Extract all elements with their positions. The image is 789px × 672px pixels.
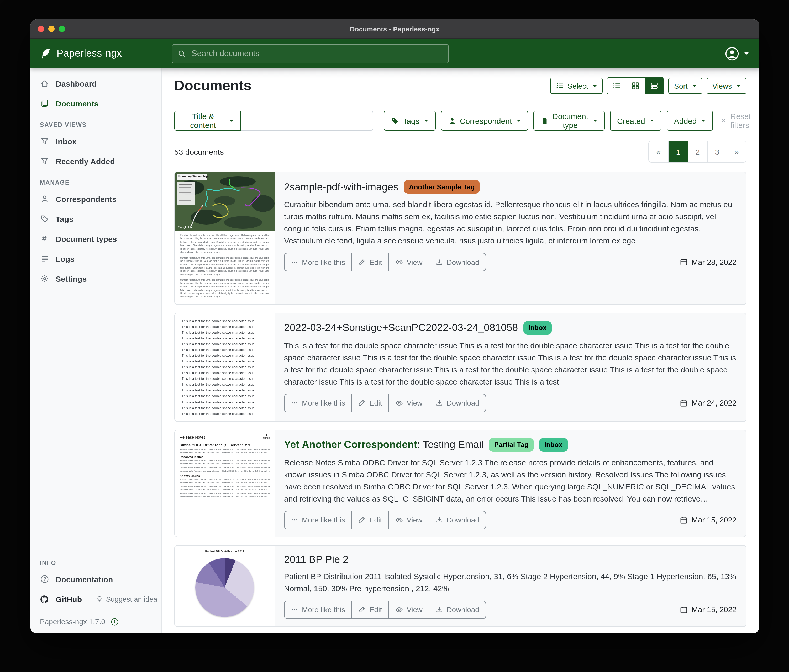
sidebar-item-documentation[interactable]: Documentation: [30, 569, 161, 589]
document-description: Patient BP Distribution 2011 Isolated Sy…: [284, 570, 736, 594]
view-mode-group: [607, 77, 664, 94]
more-like-this-button[interactable]: More like this: [284, 601, 351, 618]
caret-down-icon: [424, 119, 428, 122]
sidebar-item-github[interactable]: GitHub: [56, 595, 82, 604]
question-circle-icon: [40, 575, 49, 583]
view-mode-grid-button[interactable]: [626, 78, 645, 94]
sidebar-item-tags[interactable]: Tags: [30, 209, 161, 229]
document-card: This is a test for the double space char…: [174, 313, 746, 422]
tag-chip[interactable]: Inbox: [523, 321, 552, 335]
global-search[interactable]: [172, 44, 449, 63]
page-next-button[interactable]: »: [727, 141, 746, 162]
document-card: Boundary Waters Trip Google Earth Curabi…: [174, 172, 746, 305]
sidebar-item-inbox[interactable]: Inbox: [30, 131, 161, 151]
three-dots-icon: [291, 606, 298, 613]
document-title[interactable]: Yet Another Correspondent: Testing Email: [284, 439, 484, 451]
caret-down-icon: [650, 119, 654, 122]
sidebar-item-logs[interactable]: Logs: [30, 248, 161, 269]
filter-correspondent-button[interactable]: Correspondent: [441, 111, 528, 131]
sidebar-item-suggest-idea[interactable]: Suggest an idea: [96, 595, 157, 603]
calendar-icon: [680, 606, 687, 613]
page-prev-button[interactable]: «: [649, 141, 668, 162]
document-thumbnail[interactable]: This is a test for the double space char…: [175, 313, 275, 421]
card-action-group: More like this Edit View: [284, 600, 486, 619]
document-thumbnail[interactable]: Patient BP Distribution 2011: [175, 545, 275, 626]
titlebar: Documents - Paperless-ngx: [30, 19, 759, 39]
views-button[interactable]: Views: [707, 78, 746, 94]
download-button[interactable]: Download: [429, 511, 486, 529]
page-1-button[interactable]: 1: [668, 141, 688, 162]
select-button[interactable]: Select: [550, 78, 603, 94]
document-description: Release Notes Simba ODBC Driver for SQL …: [284, 456, 736, 505]
more-like-this-button[interactable]: More like this: [284, 511, 351, 529]
sidebar-item-label: Inbox: [56, 137, 77, 146]
card-action-group: More like this Edit View: [284, 253, 486, 271]
document-title[interactable]: 2011 BP Pie 2: [284, 553, 348, 565]
person-icon: [40, 194, 49, 203]
edit-button[interactable]: Edit: [351, 395, 388, 412]
edit-button[interactable]: Edit: [351, 253, 388, 271]
sidebar-item-documents[interactable]: Documents: [30, 93, 161, 113]
sidebar-item-recently-added[interactable]: Recently Added: [30, 151, 161, 171]
more-like-this-button[interactable]: More like this: [284, 395, 351, 412]
tag-chip[interactable]: Partial Tag: [489, 438, 534, 451]
navbar: Paperless-ngx: [30, 39, 759, 68]
view-button[interactable]: View: [388, 253, 429, 271]
download-button[interactable]: Download: [429, 253, 486, 271]
page-2-button[interactable]: 2: [688, 141, 707, 162]
brand[interactable]: Paperless-ngx: [30, 47, 162, 60]
filter-document-type-button[interactable]: Document type: [533, 111, 604, 131]
document-title[interactable]: 2sample-pdf-with-images: [284, 181, 398, 193]
pencil-icon: [358, 400, 366, 407]
tag-chip[interactable]: Inbox: [539, 438, 568, 451]
sidebar-github-row: GitHub Suggest an idea: [30, 589, 161, 609]
filter-funnel-icon: [40, 157, 49, 165]
view-button[interactable]: View: [388, 395, 429, 412]
view-button[interactable]: View: [388, 601, 429, 618]
document-thumbnail[interactable]: Boundary Waters Trip Google Earth Curabi…: [175, 172, 275, 304]
reset-filters-button[interactable]: Reset filters: [720, 112, 751, 130]
sidebar-item-document-types[interactable]: # Document types: [30, 229, 161, 248]
filter-tags-button[interactable]: Tags: [384, 111, 436, 131]
caret-down-icon: [517, 119, 521, 122]
document-date: Mar 24, 2022: [680, 399, 736, 407]
more-like-this-button[interactable]: More like this: [284, 253, 351, 271]
view-button[interactable]: View: [388, 511, 429, 529]
sidebar-item-correspondents[interactable]: Correspondents: [30, 189, 161, 209]
sidebar-item-label: Documentation: [56, 575, 113, 584]
document-title[interactable]: 2022-03-24+Sonstige+ScanPC2022-03-24_081…: [284, 322, 518, 334]
main-content: Documents Select: [162, 68, 759, 633]
filter-query-input[interactable]: [241, 111, 373, 131]
calendar-icon: [680, 258, 687, 266]
sidebar-item-settings[interactable]: Settings: [30, 269, 161, 288]
edit-button[interactable]: Edit: [351, 511, 388, 529]
map-title: Boundary Waters Trip: [179, 175, 208, 178]
user-menu[interactable]: [725, 46, 759, 61]
caret-down-icon: [736, 85, 741, 87]
download-button[interactable]: Download: [429, 601, 486, 618]
sidebar-item-dashboard[interactable]: Dashboard: [30, 73, 161, 93]
download-button[interactable]: Download: [429, 395, 486, 412]
sidebar-item-label: Logs: [56, 254, 75, 263]
view-mode-details-button[interactable]: [645, 78, 664, 94]
grid-icon: [631, 82, 639, 90]
info-circle-icon[interactable]: [110, 618, 118, 626]
page-3-button[interactable]: 3: [707, 141, 727, 162]
pie-chart-preview: [195, 558, 254, 617]
view-mode-list-button[interactable]: [607, 78, 626, 94]
edit-button[interactable]: Edit: [351, 601, 388, 618]
filter-field-selector[interactable]: Title & content: [174, 111, 241, 131]
eye-icon: [395, 399, 403, 407]
search-input[interactable]: [190, 48, 442, 59]
tag-icon: [391, 117, 399, 124]
document-thumbnail[interactable]: Release Notes ▲Simba Simba ODBC Driver f…: [175, 430, 275, 537]
documents-icon: [40, 99, 49, 108]
tag-chip[interactable]: Another Sample Tag: [404, 180, 480, 194]
page-title: Documents: [174, 78, 251, 94]
sidebar-section-saved-views: SAVED VIEWS: [30, 113, 161, 131]
app-version: Paperless-ngx 1.7.0: [30, 609, 161, 633]
list-ul-icon: [613, 82, 620, 90]
sort-button[interactable]: Sort: [668, 78, 702, 94]
filter-created-button[interactable]: Created: [610, 111, 661, 131]
filter-added-button[interactable]: Added: [667, 111, 713, 131]
